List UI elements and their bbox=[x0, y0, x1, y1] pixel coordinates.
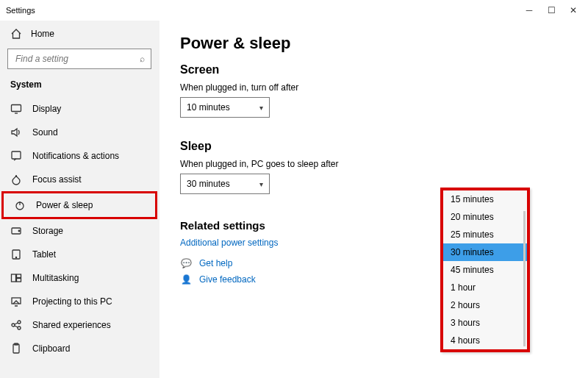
sidebar-item-shared-experiences[interactable]: Shared experiences bbox=[0, 313, 159, 337]
sidebar-item-notifications[interactable]: Notifications & actions bbox=[0, 144, 159, 168]
sidebar-item-label: Storage bbox=[32, 226, 63, 236]
svg-rect-0 bbox=[12, 105, 21, 112]
sidebar-item-label: Power & sleep bbox=[36, 200, 93, 210]
sidebar-item-label: Focus assist bbox=[32, 174, 82, 185]
sleep-heading: Sleep bbox=[180, 140, 570, 153]
sidebar-item-label: Projecting to this PC bbox=[32, 296, 112, 307]
clipboard-icon bbox=[10, 343, 22, 354]
sleep-timeout-combo[interactable]: 30 minutes ▾ bbox=[180, 174, 270, 194]
sidebar-item-tablet[interactable]: Tablet bbox=[0, 243, 159, 266]
notifications-icon bbox=[10, 150, 22, 162]
svg-point-13 bbox=[18, 327, 21, 329]
get-help-link[interactable]: Get help bbox=[199, 258, 232, 268]
multitasking-icon bbox=[10, 272, 22, 284]
close-button[interactable]: ✕ bbox=[569, 6, 578, 15]
sidebar-home-label: Home bbox=[31, 29, 54, 39]
chevron-down-icon: ▾ bbox=[259, 180, 263, 188]
dropdown-option[interactable]: 20 minutes bbox=[443, 208, 527, 226]
svg-point-6 bbox=[15, 257, 16, 257]
dropdown-option[interactable]: 15 minutes bbox=[443, 190, 527, 208]
sound-icon bbox=[10, 126, 22, 138]
sidebar-home[interactable]: Home bbox=[0, 24, 159, 44]
maximize-button[interactable]: ☐ bbox=[547, 6, 556, 15]
screen-heading: Screen bbox=[180, 63, 570, 76]
sidebar-item-label: Sound bbox=[32, 127, 58, 138]
screen-timeout-value: 10 minutes bbox=[187, 102, 230, 113]
sidebar: Home ⌕ System Display Sound Notification… bbox=[0, 21, 159, 378]
sidebar-item-label: Notifications & actions bbox=[32, 151, 119, 161]
sidebar-item-storage[interactable]: Storage bbox=[0, 219, 159, 243]
sidebar-item-multitasking[interactable]: Multitasking bbox=[0, 266, 159, 290]
sidebar-item-power-sleep[interactable]: Power & sleep bbox=[1, 191, 157, 219]
dropdown-scrollbar[interactable] bbox=[523, 211, 526, 346]
tablet-icon bbox=[10, 249, 22, 260]
chevron-down-icon: ▾ bbox=[259, 104, 263, 112]
page-title: Power & sleep bbox=[180, 34, 570, 53]
sidebar-item-projecting[interactable]: Projecting to this PC bbox=[0, 290, 159, 313]
window-title: Settings bbox=[6, 6, 35, 15]
help-icon: 💬 bbox=[180, 258, 192, 268]
sidebar-item-label: Clipboard bbox=[32, 343, 70, 354]
sleep-timeout-value: 30 minutes bbox=[187, 179, 230, 189]
svg-point-12 bbox=[18, 321, 21, 324]
titlebar: Settings ─ ☐ ✕ bbox=[0, 0, 588, 21]
screen-label: When plugged in, turn off after bbox=[180, 82, 570, 93]
svg-rect-9 bbox=[17, 279, 21, 282]
window-controls: ─ ☐ ✕ bbox=[525, 6, 582, 15]
svg-rect-14 bbox=[13, 344, 19, 353]
projecting-icon bbox=[10, 296, 22, 307]
power-icon bbox=[14, 199, 26, 211]
main-content: Power & sleep Screen When plugged in, tu… bbox=[159, 21, 588, 378]
screen-timeout-combo[interactable]: 10 minutes ▾ bbox=[180, 97, 270, 118]
sidebar-item-label: Display bbox=[32, 104, 61, 114]
sidebar-item-focus-assist[interactable]: Focus assist bbox=[0, 168, 159, 191]
svg-rect-7 bbox=[12, 274, 16, 282]
sidebar-item-label: Tablet bbox=[32, 249, 56, 260]
svg-rect-1 bbox=[12, 151, 21, 159]
svg-rect-8 bbox=[17, 274, 21, 278]
search-input[interactable]: ⌕ bbox=[7, 49, 151, 69]
dropdown-option[interactable]: 30 minutes bbox=[443, 243, 527, 261]
dropdown-option[interactable]: 2 hours bbox=[443, 296, 527, 314]
search-field[interactable] bbox=[14, 53, 140, 65]
svg-point-11 bbox=[12, 324, 15, 327]
sleep-dropdown-list[interactable]: 15 minutes20 minutes25 minutes30 minutes… bbox=[440, 188, 530, 352]
give-feedback-link[interactable]: Give feedback bbox=[199, 274, 256, 285]
dropdown-option[interactable]: 25 minutes bbox=[443, 226, 527, 243]
sidebar-item-display[interactable]: Display bbox=[0, 97, 159, 121]
sidebar-item-clipboard[interactable]: Clipboard bbox=[0, 337, 159, 360]
sleep-label: When plugged in, PC goes to sleep after bbox=[180, 159, 570, 169]
sidebar-item-label: Multitasking bbox=[32, 273, 79, 283]
sidebar-item-sound[interactable]: Sound bbox=[0, 121, 159, 144]
storage-icon bbox=[10, 225, 22, 237]
sidebar-item-label: Shared experiences bbox=[32, 320, 111, 330]
sidebar-group-title: System bbox=[0, 75, 159, 97]
home-icon bbox=[10, 28, 22, 40]
dropdown-option[interactable]: 3 hours bbox=[443, 314, 527, 332]
display-icon bbox=[10, 103, 22, 115]
feedback-icon: 👤 bbox=[180, 274, 192, 285]
search-icon: ⌕ bbox=[140, 54, 145, 64]
minimize-button[interactable]: ─ bbox=[525, 6, 534, 15]
dropdown-option[interactable]: 45 minutes bbox=[443, 261, 527, 279]
dropdown-option[interactable]: 1 hour bbox=[443, 279, 527, 296]
focus-assist-icon bbox=[10, 174, 22, 185]
shared-icon bbox=[10, 319, 22, 331]
dropdown-option[interactable]: 4 hours bbox=[443, 332, 527, 349]
svg-point-4 bbox=[18, 230, 20, 232]
